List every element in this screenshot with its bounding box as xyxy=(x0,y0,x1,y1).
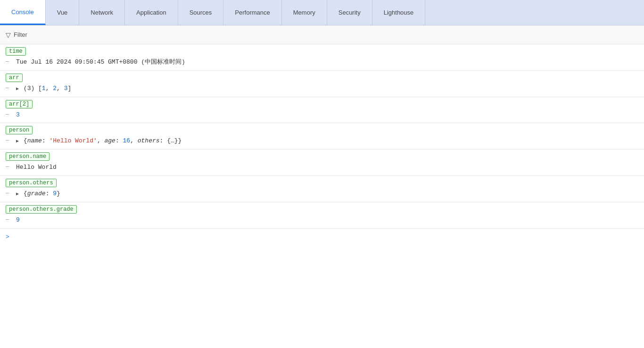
arr-val2: 2 xyxy=(53,85,57,92)
console-label-arr: arr xyxy=(6,74,23,82)
console-prefix-person-others-grade: — xyxy=(6,215,13,224)
tab-vue-label: Vue xyxy=(57,9,68,16)
console-value-person-others[interactable]: ▶ {grade: 9} xyxy=(16,189,60,199)
filter-icon: ▽ xyxy=(6,31,11,39)
console-value-arr[interactable]: ▶ (3) [1, 2, 3] xyxy=(16,84,71,94)
tab-application-label: Application xyxy=(136,9,166,16)
console-label-arr2: arr[2] xyxy=(6,100,33,108)
console-value-row-person-others-grade: — 9 xyxy=(0,215,644,228)
console-value-row-arr: — ▶ (3) [1, 2, 3] xyxy=(0,83,644,97)
console-value-arr2: 3 xyxy=(16,110,20,120)
arr-val3: 3 xyxy=(64,85,68,92)
tab-vue[interactable]: Vue xyxy=(46,0,80,25)
console-label-person: person xyxy=(6,126,33,134)
console-value-row-arr2: — 3 xyxy=(0,109,644,123)
expand-icon-person-others[interactable]: ▶ xyxy=(16,191,19,198)
expand-icon-person[interactable]: ▶ xyxy=(16,138,19,145)
tab-console-label: Console xyxy=(11,8,34,16)
console-entry-arr: arr — ▶ (3) [1, 2, 3] xyxy=(0,71,644,97)
tab-network-label: Network xyxy=(91,9,113,16)
console-value-row-person: — ▶ {name: 'Hello World', age: 16, other… xyxy=(0,135,644,149)
filter-label: Filter xyxy=(14,31,27,38)
arr-count: (3) [ xyxy=(24,85,42,92)
filter-bar: ▽ Filter xyxy=(0,25,644,44)
tab-application[interactable]: Application xyxy=(125,0,178,25)
console-label-row-time: time xyxy=(0,44,644,57)
console-label-time: time xyxy=(6,47,26,56)
console-prefix-time: — xyxy=(6,58,13,66)
console-value-row-person-name: — Hello World xyxy=(0,162,644,175)
console-prefix-person: — xyxy=(6,136,13,145)
console-value-row-time: — Tue Jul 16 2024 09:50:45 GMT+0800 (中国标… xyxy=(0,57,644,70)
console-entry-person-others: person.others — ▶ {grade: 9} xyxy=(0,176,644,202)
console-label-person-name: person.name xyxy=(6,152,50,161)
tab-bar: Console Vue Network Application Sources … xyxy=(0,0,644,25)
console-value-time: Tue Jul 16 2024 09:50:45 GMT+0800 (中国标准时… xyxy=(16,58,185,67)
expand-icon-arr[interactable]: ▶ xyxy=(16,85,19,93)
tab-sources-label: Sources xyxy=(190,9,212,16)
console-prefix-person-name: — xyxy=(6,163,13,172)
console-label-person-others-grade: person.others.grade xyxy=(6,205,77,214)
console-input[interactable] xyxy=(13,233,638,240)
tab-security[interactable]: Security xyxy=(327,0,372,25)
tab-lighthouse[interactable]: Lighthouse xyxy=(372,0,426,25)
console-input-row[interactable]: > xyxy=(0,229,644,245)
console-entry-person-others-grade: person.others.grade — 9 xyxy=(0,202,644,229)
console-label-row-person-name: person.name xyxy=(0,149,644,162)
tab-performance-label: Performance xyxy=(235,9,270,16)
tab-network[interactable]: Network xyxy=(79,0,125,25)
tab-memory[interactable]: Memory xyxy=(282,0,327,25)
console-value-person[interactable]: ▶ {name: 'Hello World', age: 16, others:… xyxy=(16,136,182,146)
console-prefix-arr2: — xyxy=(6,110,13,119)
tab-lighthouse-label: Lighthouse xyxy=(384,9,414,16)
console-value-row-person-others: — ▶ {grade: 9} xyxy=(0,188,644,202)
console-prefix-arr: — xyxy=(6,84,13,93)
tab-console[interactable]: Console xyxy=(0,0,46,25)
console-label-row-arr: arr xyxy=(0,71,644,83)
console-prompt-icon: > xyxy=(6,233,9,240)
arr-val1: 1 xyxy=(42,85,46,92)
console-label-row-person: person xyxy=(0,123,644,135)
console-entry-time: time — Tue Jul 16 2024 09:50:45 GMT+0800… xyxy=(0,44,644,71)
tab-security-label: Security xyxy=(339,9,361,16)
console-label-row-person-others: person.others xyxy=(0,176,644,188)
console-entry-arr2: arr[2] — 3 xyxy=(0,97,644,124)
console-prefix-person-others: — xyxy=(6,189,13,198)
console-value-person-name: Hello World xyxy=(16,163,57,173)
console-value-person-others-grade: 9 xyxy=(16,215,20,225)
console-label-row-arr2: arr[2] xyxy=(0,97,644,109)
tab-performance[interactable]: Performance xyxy=(223,0,281,25)
console-entry-person: person — ▶ {name: 'Hello World', age: 16… xyxy=(0,123,644,149)
tab-memory-label: Memory xyxy=(293,9,315,16)
console-label-row-person-others-grade: person.others.grade xyxy=(0,202,644,215)
console-entry-person-name: person.name — Hello World xyxy=(0,149,644,176)
console-label-person-others: person.others xyxy=(6,179,57,187)
tab-sources[interactable]: Sources xyxy=(178,0,224,25)
console-output: time — Tue Jul 16 2024 09:50:45 GMT+0800… xyxy=(0,44,644,348)
